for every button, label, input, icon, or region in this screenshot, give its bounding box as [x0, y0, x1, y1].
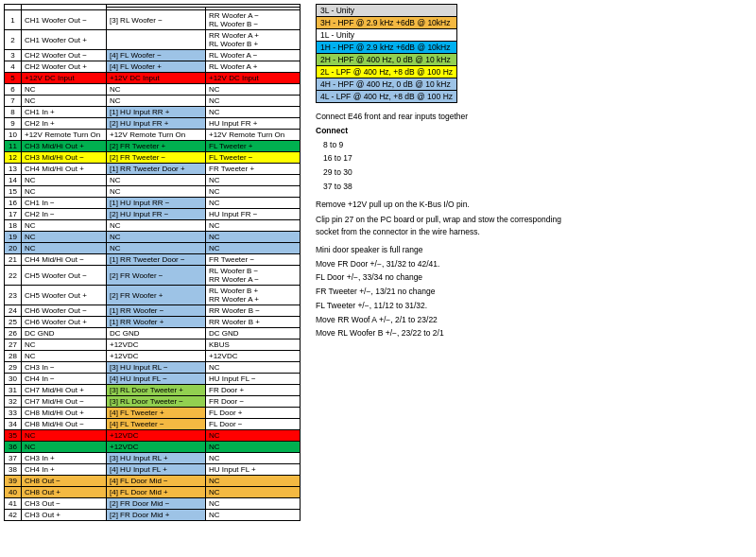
mini-cell: FR Tweeter +: [206, 164, 301, 175]
e46-cell: [3] HU Input RL +: [107, 453, 206, 464]
mini-cell: NC: [206, 442, 301, 453]
e46-cell: NC: [107, 84, 206, 96]
e46-cell: [107, 30, 206, 50]
e46-cell: [4] FL Woofer +: [107, 61, 206, 73]
function-cell: +12V Remote Turn On: [22, 130, 107, 141]
main-container: 1CH1 Woofer Out −[3] RL Woofer −RR Woofe…: [0, 0, 756, 525]
e46-cell: [3] RL Door Tweeter −: [107, 396, 206, 408]
function-cell: NC: [22, 351, 107, 362]
function-cell: CH6 Woofer Out +: [22, 317, 107, 328]
function-cell: CH3 In −: [22, 362, 107, 374]
legend-item: 1H - HPF @ 2.9 kHz +6dB @ 10kHz: [317, 42, 457, 54]
e46-cell: [1] HU Input RR −: [107, 198, 206, 209]
e46-cell: +12VDC: [107, 339, 206, 351]
p1-cell: 42: [5, 510, 22, 521]
e46-cell: +12V Remote Turn On: [107, 130, 206, 141]
function-cell: CH4 In −: [22, 374, 107, 385]
function-cell: CH3 Out +: [22, 510, 107, 521]
mini-cell: NC: [206, 186, 301, 198]
function-cell: CH4 In +: [22, 464, 107, 476]
legend-item: 4L - LPF @ 400 Hz, +8 dB @ 100 Hz: [317, 91, 457, 103]
e46-cell: [4] FL Door Mid +: [107, 487, 206, 498]
function-cell: CH8 Out +: [22, 487, 107, 498]
mini-cell: RL Woofer A −: [206, 50, 301, 61]
connect-label: Connect: [316, 125, 752, 137]
function-cell: CH3 Mid/Hi Out +: [22, 141, 107, 152]
function-cell: NC: [22, 186, 107, 198]
mini-cell: NC: [206, 498, 301, 510]
table-section: 1CH1 Woofer Out −[3] RL Woofer −RR Woofe…: [4, 4, 301, 521]
p1-cell: 19: [5, 232, 22, 243]
e46-cell: NC: [107, 186, 206, 198]
function-cell: +12V DC Input: [22, 73, 107, 84]
mini-cell: FL Tweeter −: [206, 152, 301, 164]
connect-title: Connect E46 front and rear inputs togeth…: [316, 111, 752, 123]
mini-cell: HU Input FR +: [206, 118, 301, 130]
legend-item: 3L - Unity: [317, 5, 457, 17]
e46-cell: [1] RR Woofer +: [107, 317, 206, 328]
legend-item: 4H - HPF @ 400 Hz, 0 dB @ 10 kHz: [317, 78, 457, 91]
p1-cell: 24: [5, 305, 22, 317]
p1-cell: 10: [5, 130, 22, 141]
e46-cell: [2] FR Woofer −: [107, 266, 206, 286]
e46-cell: +12VDC: [107, 430, 206, 442]
p1-cell: 41: [5, 498, 22, 510]
function-cell: NC: [22, 96, 107, 107]
e46-cell: [2] HU Input FR +: [107, 118, 206, 130]
legend-item: 2L - LPF @ 400 Hz, +8 dB @ 100 Hz: [317, 66, 457, 78]
function-cell: CH8 Out −: [22, 476, 107, 487]
function-cell: NC: [22, 442, 107, 453]
mini-cell: +12V Remote Turn On: [206, 130, 301, 141]
p1-cell: 39: [5, 476, 22, 487]
e46-cell: [2] FR Woofer +: [107, 286, 206, 305]
p1-cell: 25: [5, 317, 22, 328]
move-note: Move FR Door +/−, 31/32 to 42/41.: [316, 258, 752, 270]
p1-cell: 15: [5, 186, 22, 198]
mini-cell: FL Tweeter +: [206, 141, 301, 152]
p1-cell: 21: [5, 254, 22, 266]
move-note: Move RR Woof A +/−, 2/1 to 23/22: [316, 314, 752, 326]
e46-cell: +12V DC Input: [107, 73, 206, 84]
function-cell: NC: [22, 243, 107, 254]
mini-cell: RR Woofer B +: [206, 317, 301, 328]
p1-cell: 5: [5, 73, 22, 84]
function-cell: CH2 In +: [22, 118, 107, 130]
legend-item: 2H - HPF @ 400 Hz, 0 dB @ 10 kHz: [317, 54, 457, 66]
p1-cell: 16: [5, 198, 22, 209]
e46-cell: [2] FR Tweeter −: [107, 152, 206, 164]
e46-cell: [3] RL Door Tweeter +: [107, 385, 206, 396]
e46-cell: NC: [107, 96, 206, 107]
mini-cell: NC: [206, 453, 301, 464]
mini-cell: RL Woofer B −RR Woofer A −: [206, 266, 301, 286]
right-section: 3L - Unity3H - HPF @ 2.9 kHz +6dB @ 10kH…: [308, 4, 752, 521]
p1-cell: 18: [5, 220, 22, 232]
mini-cell: FR Door −: [206, 396, 301, 408]
mini-cell: +12VDC: [206, 351, 301, 362]
e46-cell: [4] FL Tweeter +: [107, 408, 206, 419]
p1-cell: 13: [5, 164, 22, 175]
e46-cell: [2] FR Door Mid −: [107, 498, 206, 510]
connect-pair: 37 to 38: [316, 181, 752, 193]
mini-cell: NC: [206, 198, 301, 209]
function-cell: CH3 Out −: [22, 498, 107, 510]
mini-cell: NC: [206, 84, 301, 96]
e46-cell: NC: [107, 232, 206, 243]
mini-cell: NC: [206, 487, 301, 498]
p1-cell: 2: [5, 30, 22, 50]
p1-cell: 29: [5, 362, 22, 374]
e46-cell: [4] FL Door Mid −: [107, 476, 206, 487]
function-cell: CH1 In −: [22, 198, 107, 209]
function-cell: CH8 Mid/Hi Out +: [22, 408, 107, 419]
mini-cell: HU Input FL +: [206, 464, 301, 476]
p1-cell: 6: [5, 84, 22, 96]
move-note: FL Door +/−, 33/34 no change: [316, 271, 752, 284]
mini-cell: HU Input FR −: [206, 209, 301, 220]
p1-cell: 32: [5, 396, 22, 408]
function-cell: CH3 In +: [22, 453, 107, 464]
mini-cell: DC GND: [206, 328, 301, 339]
e46-cell: [1] RR Tweeter Door −: [107, 254, 206, 266]
mini-cell: NC: [206, 232, 301, 243]
legend-item: 1L - Unity: [317, 29, 457, 42]
move-note: Move RL Woofer B +/−, 23/22 to 2/1: [316, 327, 752, 339]
e46-cell: [4] FL Tweeter −: [107, 419, 206, 430]
